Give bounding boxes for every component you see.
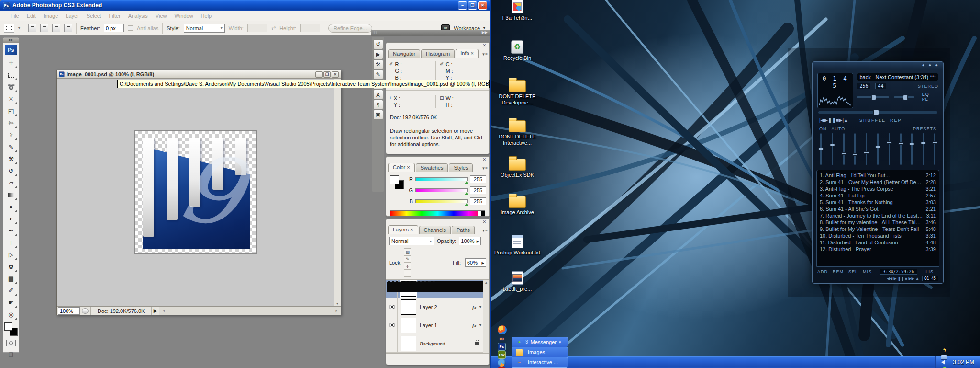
menu-item[interactable]: View [152, 13, 171, 19]
layer-row-layer-2[interactable]: Layer 2 fx ▼ [386, 298, 489, 316]
channel-slider[interactable] [415, 188, 468, 192]
winamp-next-button[interactable]: ▶| [839, 117, 844, 123]
winamp-mini-transport[interactable]: ◀◀ ▶ ❚❚ ■ ▶▶ ▲ [887, 276, 919, 281]
feather-input[interactable] [104, 24, 124, 32]
winamp-track-title[interactable]: back - Next Contestant (3:34) *** [857, 73, 938, 81]
tab-navigator[interactable]: Navigator [388, 49, 420, 58]
channel-value[interactable]: 255 [470, 186, 486, 194]
desktop-icon-objectex-sdk[interactable]: ObjectEx SDK [491, 156, 544, 178]
tray-volume-icon[interactable] [939, 360, 945, 365]
desktop-icon-f3arteh3rr[interactable]: F3arTeh3rr... [491, 0, 544, 21]
layer-row-background[interactable]: Background [386, 334, 489, 353]
layer-thumbnail[interactable] [401, 336, 416, 351]
lock-all-icon[interactable] [404, 270, 411, 277]
screen-mode-button[interactable]: ❐ [6, 351, 16, 358]
playlist-item[interactable]: 4. Sum 41 - Fat Lip 2:57 [820, 192, 936, 199]
playlist-item[interactable]: 10. Disturbed - Ten Thousand Fists 3:31 [820, 232, 936, 239]
subtract-from-selection-button[interactable] [52, 24, 60, 32]
playlist-item[interactable]: 8. Bullet for my valentine - ALL These T… [820, 219, 936, 226]
tab-info[interactable]: Info × [456, 49, 479, 58]
doc-minimize-button[interactable]: – [315, 71, 323, 78]
layer-visibility-toggle[interactable] [386, 334, 398, 352]
playlist-item[interactable]: 9. Bullet for My Valentine - Tears Don't… [820, 226, 936, 232]
winamp-shuffle-button[interactable]: SHUFFLE [859, 118, 886, 123]
playlist-item[interactable]: 6. Sum 41 - All She's Got 2:21 [820, 206, 936, 212]
foreground-color-swatch[interactable] [4, 322, 12, 331]
layer-fx-expand-icon[interactable]: ▼ [479, 305, 482, 309]
lock-position-icon[interactable]: ✛ [404, 263, 411, 270]
panel-close-icon[interactable]: ✕ [482, 157, 486, 162]
panel-minimize-icon[interactable]: — [475, 219, 479, 224]
panel-menu-icon[interactable]: ▼≡ [481, 52, 488, 57]
quicklaunch-dreamweaver-icon[interactable]: Dw [498, 351, 506, 359]
winamp-eq-presets-button[interactable]: PRESETS [913, 126, 936, 131]
move-tool[interactable]: ✛ [4, 57, 18, 69]
playlist-rem-button[interactable]: REM [833, 269, 844, 274]
winamp-eq-button[interactable]: EQ [922, 92, 929, 97]
style-select[interactable]: Normal▾ [184, 24, 225, 33]
color-swatches[interactable] [4, 322, 18, 336]
opacity-field[interactable]: 100%▸ [459, 237, 481, 245]
history-panel-icon[interactable]: ↺ [373, 39, 383, 49]
menu-item[interactable]: File [7, 13, 23, 19]
document-canvas[interactable]: 9 [57, 79, 334, 306]
maximize-button[interactable]: ❐ [468, 1, 477, 10]
quicklaunch-photoshop-icon[interactable]: Ps [498, 343, 506, 351]
playlist-item[interactable]: 7. Rancid - Journey to the End of the Ea… [820, 212, 936, 219]
winamp-eject-button[interactable]: ▲ [844, 117, 848, 123]
add-to-selection-button[interactable] [40, 24, 48, 32]
desktop-icon-txtedit-pre[interactable]: txtedit_pre... [491, 271, 544, 292]
intersect-selection-button[interactable] [64, 24, 72, 32]
menu-item[interactable]: Analysis [124, 13, 152, 19]
photoshop-titlebar[interactable]: Ps Adobe Photoshop CS3 Extended – ❐ ✕ [0, 0, 490, 11]
layer-fx-icon[interactable]: fx [472, 322, 477, 328]
blend-mode-select[interactable]: Normal▾ [389, 237, 434, 245]
layer-name[interactable]: Background [420, 341, 475, 346]
panel-minimize-icon[interactable]: — [475, 157, 479, 162]
paragraph-panel-icon[interactable]: ¶ [373, 100, 383, 110]
gradient-tool[interactable] [4, 189, 18, 201]
winamp-pl-button[interactable]: PL [922, 97, 928, 102]
desktop-icon-recycle-bin[interactable]: ♻ Recycle Bin [491, 40, 544, 61]
channel-slider[interactable] [415, 177, 468, 181]
layer-fx-expand-icon[interactable]: ▼ [479, 323, 482, 327]
desktop-icon-pushup-workout[interactable]: Pushup Workout.txt [491, 235, 544, 256]
layer-thumbnail[interactable] [401, 318, 416, 333]
panel-menu-icon[interactable]: ▼≡ [481, 229, 488, 233]
zoom-level-field[interactable] [58, 307, 80, 315]
clone-stamp-tool[interactable]: ⚒ [4, 153, 18, 165]
shape-tool[interactable]: ✿ [4, 261, 18, 273]
dodge-tool[interactable]: ◐ [4, 213, 18, 225]
fill-field[interactable]: 60%▸ [465, 258, 486, 267]
menu-item[interactable]: Edit [23, 13, 40, 19]
tab-swatches[interactable]: Swatches [416, 163, 448, 172]
zoom-tool[interactable]: ◎ [4, 309, 18, 321]
winamp-repeat-button[interactable]: REP [890, 118, 902, 123]
tray-winamp-icon[interactable]: ϟ [941, 346, 948, 354]
menu-item[interactable]: Help [197, 13, 216, 19]
lock-pixels-icon[interactable]: ✎ [404, 255, 411, 263]
doc-close-button[interactable]: ✕ [332, 71, 339, 78]
tab-histogram[interactable]: Histogram [421, 49, 455, 58]
path-selection-tool[interactable]: ▷ [4, 249, 18, 261]
winamp-eq-on-button[interactable]: ON [819, 126, 827, 131]
panel-minimize-icon[interactable]: — [475, 43, 479, 48]
tray-messenger-icon[interactable]: ☻ [941, 365, 948, 368]
tab-layers[interactable]: Layers × [388, 225, 418, 234]
horizontal-scrollbar[interactable]: ◄► [159, 307, 341, 315]
swap-dimensions-icon[interactable]: ⇄ [271, 25, 276, 31]
layer-visibility-toggle[interactable] [386, 316, 398, 334]
quicklaunch-media-player-icon[interactable] [498, 325, 507, 334]
playlist-item[interactable]: 11. Disturbed - Land of Confusion 4:48 [820, 239, 936, 246]
layer-name[interactable]: Layer 1 [420, 322, 472, 328]
layer-name[interactable]: Layer 2 [420, 304, 472, 310]
taskbar-button-interactive[interactable]: ∞ Interactive ... [512, 357, 568, 367]
winamp-equalizer-sliders[interactable] [813, 132, 943, 168]
playlist-item[interactable]: 2. Sum 41 - Over My Head (Better Off Dea… [820, 179, 936, 185]
color-spectrum-ramp[interactable] [390, 210, 485, 217]
blur-tool[interactable]: ● [4, 201, 18, 213]
winamp-play-button[interactable]: ▶ [824, 117, 828, 123]
magic-wand-tool[interactable]: ✳ [4, 93, 18, 105]
panel-color-swatches[interactable] [390, 175, 404, 190]
menu-item[interactable]: Image [40, 13, 62, 19]
